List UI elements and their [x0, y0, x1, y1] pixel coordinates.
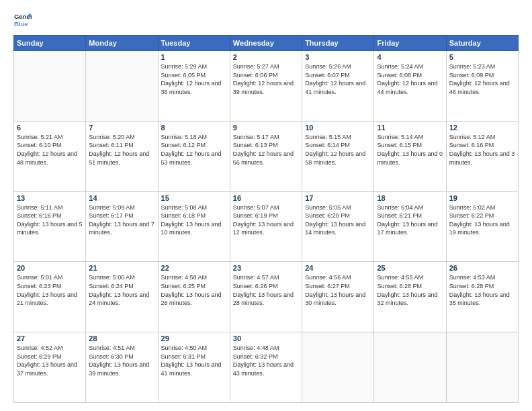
cell-info: Sunrise: 5:23 AMSunset: 6:09 PMDaylight:…: [449, 62, 515, 96]
cell-info: Sunrise: 5:15 AMSunset: 6:14 PMDaylight:…: [305, 133, 371, 167]
day-number: 27: [17, 334, 83, 342]
cell-info: Sunrise: 5:27 AMSunset: 6:06 PMDaylight:…: [233, 62, 299, 96]
cell-info: Sunrise: 4:48 AMSunset: 6:32 PMDaylight:…: [233, 344, 299, 377]
calendar-cell: 15Sunrise: 5:08 AMSunset: 6:18 PMDayligh…: [158, 191, 230, 262]
weekday-header-row: SundayMondayTuesdayWednesdayThursdayFrid…: [14, 36, 519, 51]
calendar-cell: 1Sunrise: 5:29 AMSunset: 6:05 PMDaylight…: [158, 51, 230, 122]
week-row-4: 27Sunrise: 4:52 AMSunset: 6:29 PMDayligh…: [14, 332, 519, 403]
cell-info: Sunrise: 4:53 AMSunset: 6:28 PMDaylight:…: [449, 273, 515, 307]
page: General Blue SundayMondayTuesdayWednesda…: [0, 0, 532, 411]
calendar-cell: 25Sunrise: 4:55 AMSunset: 6:28 PMDayligh…: [374, 262, 446, 332]
calendar-cell: [374, 332, 446, 403]
day-number: 16: [233, 194, 299, 202]
day-number: 25: [377, 264, 443, 272]
cell-info: Sunrise: 5:00 AMSunset: 6:24 PMDaylight:…: [89, 273, 154, 307]
calendar-cell: 16Sunrise: 5:07 AMSunset: 6:19 PMDayligh…: [230, 191, 302, 262]
day-number: 11: [377, 124, 443, 132]
calendar-cell: 7Sunrise: 5:20 AMSunset: 6:11 PMDaylight…: [86, 121, 158, 191]
weekday-wednesday: Wednesday: [230, 36, 302, 51]
day-number: 4: [377, 53, 443, 61]
week-row-0: 1Sunrise: 5:29 AMSunset: 6:05 PMDaylight…: [14, 51, 519, 122]
calendar-cell: [302, 332, 374, 403]
cell-info: Sunrise: 5:11 AMSunset: 6:16 PMDaylight:…: [17, 203, 83, 237]
cell-info: Sunrise: 4:52 AMSunset: 6:29 PMDaylight:…: [17, 344, 83, 377]
day-number: 23: [233, 264, 299, 272]
cell-info: Sunrise: 5:21 AMSunset: 6:10 PMDaylight:…: [17, 133, 83, 167]
calendar-cell: 13Sunrise: 5:11 AMSunset: 6:16 PMDayligh…: [14, 191, 86, 262]
calendar-cell: 30Sunrise: 4:48 AMSunset: 6:32 PMDayligh…: [230, 332, 302, 403]
day-number: 5: [449, 53, 515, 61]
cell-info: Sunrise: 5:05 AMSunset: 6:20 PMDaylight:…: [305, 203, 371, 237]
cell-info: Sunrise: 5:09 AMSunset: 6:17 PMDaylight:…: [89, 203, 154, 237]
calendar-cell: 29Sunrise: 4:50 AMSunset: 6:31 PMDayligh…: [158, 332, 230, 403]
calendar-cell: [86, 51, 158, 122]
calendar: SundayMondayTuesdayWednesdayThursdayFrid…: [13, 35, 519, 403]
day-number: 9: [233, 124, 299, 132]
day-number: 1: [161, 53, 227, 61]
day-number: 14: [89, 194, 154, 202]
calendar-cell: 21Sunrise: 5:00 AMSunset: 6:24 PMDayligh…: [86, 262, 158, 332]
calendar-cell: 6Sunrise: 5:21 AMSunset: 6:10 PMDaylight…: [14, 121, 86, 191]
day-number: 21: [89, 264, 154, 272]
calendar-cell: 4Sunrise: 5:24 AMSunset: 6:08 PMDaylight…: [374, 51, 446, 122]
day-number: 13: [17, 194, 83, 202]
cell-info: Sunrise: 5:14 AMSunset: 6:15 PMDaylight:…: [377, 133, 443, 167]
calendar-cell: [446, 332, 518, 403]
day-number: 17: [305, 194, 371, 202]
cell-info: Sunrise: 4:50 AMSunset: 6:31 PMDaylight:…: [161, 344, 227, 377]
calendar-cell: 23Sunrise: 4:57 AMSunset: 6:26 PMDayligh…: [230, 262, 302, 332]
weekday-tuesday: Tuesday: [158, 36, 230, 51]
cell-info: Sunrise: 5:24 AMSunset: 6:08 PMDaylight:…: [377, 62, 443, 96]
weekday-monday: Monday: [86, 36, 158, 51]
cell-info: Sunrise: 5:08 AMSunset: 6:18 PMDaylight:…: [161, 203, 227, 237]
cell-info: Sunrise: 5:20 AMSunset: 6:11 PMDaylight:…: [89, 133, 154, 167]
day-number: 18: [377, 194, 443, 202]
logo: General Blue: [13, 11, 32, 30]
day-number: 26: [449, 264, 515, 272]
cell-info: Sunrise: 5:01 AMSunset: 6:23 PMDaylight:…: [17, 273, 83, 307]
weekday-friday: Friday: [374, 36, 446, 51]
calendar-cell: 27Sunrise: 4:52 AMSunset: 6:29 PMDayligh…: [14, 332, 86, 403]
logo-icon: General Blue: [13, 11, 32, 30]
cell-info: Sunrise: 4:57 AMSunset: 6:26 PMDaylight:…: [233, 273, 299, 307]
calendar-cell: 8Sunrise: 5:18 AMSunset: 6:12 PMDaylight…: [158, 121, 230, 191]
day-number: 24: [305, 264, 371, 272]
weekday-saturday: Saturday: [446, 36, 518, 51]
calendar-cell: 5Sunrise: 5:23 AMSunset: 6:09 PMDaylight…: [446, 51, 518, 122]
day-number: 7: [89, 124, 154, 132]
day-number: 10: [305, 124, 371, 132]
svg-text:Blue: Blue: [14, 20, 28, 28]
day-number: 30: [233, 334, 299, 342]
cell-info: Sunrise: 5:07 AMSunset: 6:19 PMDaylight:…: [233, 203, 299, 237]
calendar-cell: 26Sunrise: 4:53 AMSunset: 6:28 PMDayligh…: [446, 262, 518, 332]
calendar-cell: 24Sunrise: 4:56 AMSunset: 6:27 PMDayligh…: [302, 262, 374, 332]
cell-info: Sunrise: 5:12 AMSunset: 6:16 PMDaylight:…: [449, 133, 515, 167]
cell-info: Sunrise: 4:55 AMSunset: 6:28 PMDaylight:…: [377, 273, 443, 307]
day-number: 2: [233, 53, 299, 61]
week-row-3: 20Sunrise: 5:01 AMSunset: 6:23 PMDayligh…: [14, 262, 519, 332]
day-number: 29: [161, 334, 227, 342]
cell-info: Sunrise: 4:51 AMSunset: 6:30 PMDaylight:…: [89, 344, 154, 377]
header: General Blue: [13, 11, 519, 30]
calendar-cell: [14, 51, 86, 122]
day-number: 20: [17, 264, 83, 272]
day-number: 6: [17, 124, 83, 132]
day-number: 28: [89, 334, 154, 342]
week-row-1: 6Sunrise: 5:21 AMSunset: 6:10 PMDaylight…: [14, 121, 519, 191]
day-number: 3: [305, 53, 371, 61]
calendar-cell: 14Sunrise: 5:09 AMSunset: 6:17 PMDayligh…: [86, 191, 158, 262]
calendar-cell: 2Sunrise: 5:27 AMSunset: 6:06 PMDaylight…: [230, 51, 302, 122]
day-number: 19: [449, 194, 515, 202]
calendar-cell: 11Sunrise: 5:14 AMSunset: 6:15 PMDayligh…: [374, 121, 446, 191]
weekday-sunday: Sunday: [14, 36, 86, 51]
day-number: 22: [161, 264, 227, 272]
calendar-cell: 20Sunrise: 5:01 AMSunset: 6:23 PMDayligh…: [14, 262, 86, 332]
calendar-cell: 18Sunrise: 5:04 AMSunset: 6:21 PMDayligh…: [374, 191, 446, 262]
weekday-thursday: Thursday: [302, 36, 374, 51]
cell-info: Sunrise: 5:18 AMSunset: 6:12 PMDaylight:…: [161, 133, 227, 167]
calendar-cell: 22Sunrise: 4:58 AMSunset: 6:25 PMDayligh…: [158, 262, 230, 332]
cell-info: Sunrise: 4:58 AMSunset: 6:25 PMDaylight:…: [161, 273, 227, 307]
calendar-cell: 19Sunrise: 5:02 AMSunset: 6:22 PMDayligh…: [446, 191, 518, 262]
day-number: 15: [161, 194, 227, 202]
calendar-cell: 17Sunrise: 5:05 AMSunset: 6:20 PMDayligh…: [302, 191, 374, 262]
